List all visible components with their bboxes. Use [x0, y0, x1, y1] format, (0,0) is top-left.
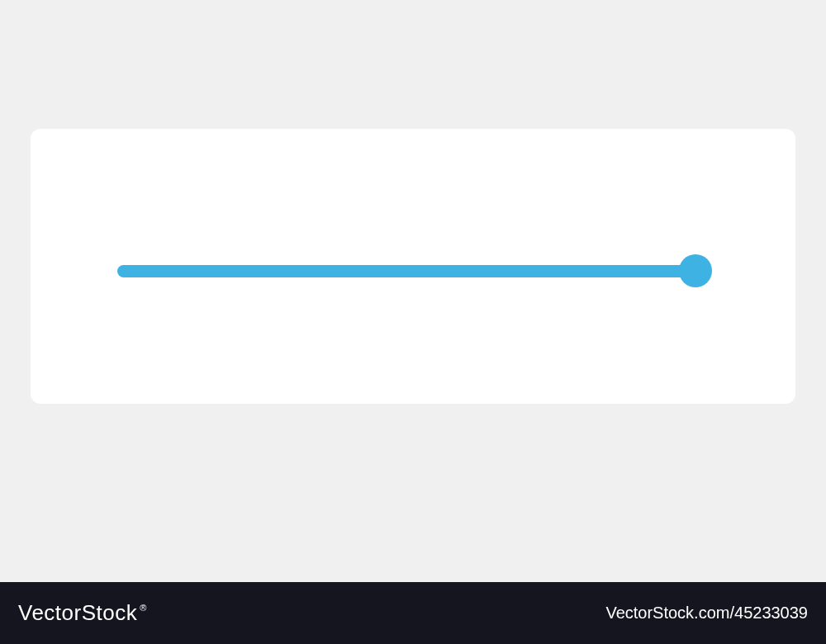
slider-card: [31, 129, 795, 404]
footer-bar: VectorStock ® VectorStock.com/45233039: [0, 582, 826, 644]
slider-track: [117, 265, 695, 277]
slider[interactable]: [117, 259, 707, 284]
footer-right-text: VectorStock.com/45233039: [605, 604, 808, 623]
brand-text: VectorStock: [18, 600, 137, 626]
slider-thumb[interactable]: [679, 254, 712, 287]
brand-logo: VectorStock ®: [18, 600, 147, 626]
registered-mark: ®: [140, 603, 147, 613]
